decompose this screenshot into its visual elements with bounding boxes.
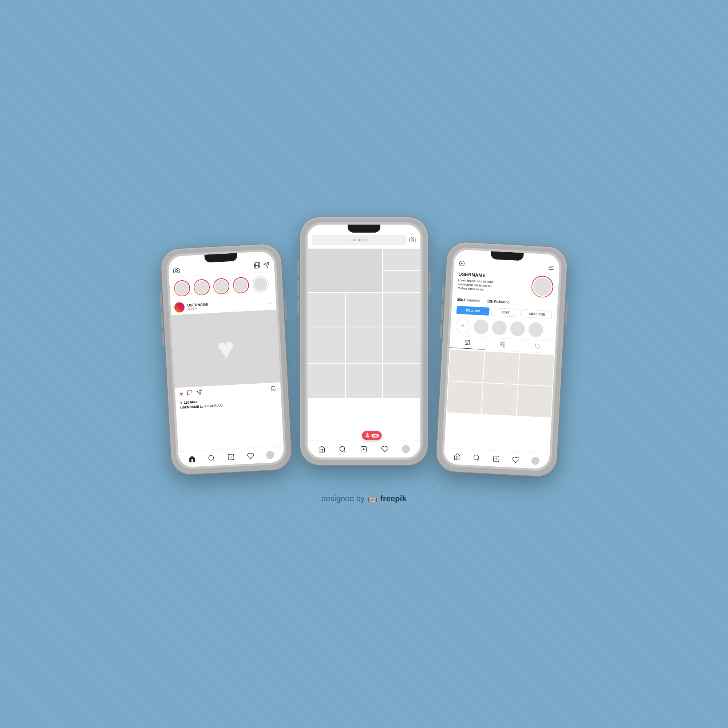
svg-line-14 bbox=[213, 459, 214, 460]
explore-row-4 bbox=[308, 364, 420, 398]
explore-cell-r3c1[interactable] bbox=[308, 328, 345, 363]
svg-line-40 bbox=[478, 459, 479, 460]
profile-back-icon[interactable] bbox=[459, 260, 465, 268]
following-stat: 12k Following bbox=[487, 299, 509, 304]
nav-search-icon[interactable] bbox=[208, 454, 216, 462]
post-avatar[interactable] bbox=[174, 302, 185, 313]
likes-count: 120 likes bbox=[184, 400, 198, 404]
profile-post-4[interactable] bbox=[447, 381, 483, 414]
tab-grid[interactable] bbox=[450, 336, 485, 349]
profile-avatar[interactable] bbox=[533, 277, 552, 296]
explore-cell-r3c3[interactable] bbox=[383, 328, 420, 363]
share-icon[interactable] bbox=[196, 390, 202, 397]
nav-heart-icon[interactable] bbox=[247, 452, 254, 460]
profile-nav-home-icon[interactable] bbox=[454, 453, 461, 460]
nav-add-icon[interactable] bbox=[227, 453, 235, 461]
profile-nav-avatar[interactable] bbox=[531, 456, 540, 465]
freepik-brand: freepik bbox=[380, 494, 407, 503]
profile-post-5[interactable] bbox=[482, 383, 517, 416]
explore-row-1 bbox=[308, 249, 420, 292]
explore-nav-add-icon[interactable] bbox=[360, 445, 367, 453]
story-item-3[interactable] bbox=[213, 278, 230, 294]
post-more-icon[interactable]: ··· bbox=[267, 300, 273, 306]
profile-post-3[interactable] bbox=[518, 353, 554, 386]
reel-icon[interactable] bbox=[254, 262, 261, 271]
explore-cell-r4c1[interactable] bbox=[308, 364, 345, 398]
explore-cell-r2c1[interactable] bbox=[308, 293, 345, 327]
highlight-1[interactable] bbox=[474, 319, 489, 335]
nav-home-icon[interactable] bbox=[188, 455, 196, 463]
explore-cell-tr2[interactable] bbox=[383, 271, 420, 292]
explore-nav-home-icon[interactable] bbox=[318, 445, 326, 453]
followers-stat: 20k Followers bbox=[457, 297, 480, 303]
footer-text: designed by bbox=[321, 494, 365, 503]
followers-value: 20k bbox=[457, 297, 465, 302]
explore-cell-r4c2[interactable] bbox=[346, 364, 382, 398]
explore-cell-r2c2[interactable] bbox=[346, 293, 382, 327]
svg-point-19 bbox=[367, 433, 369, 435]
explore-cell-tr1[interactable] bbox=[383, 249, 420, 270]
profile-posts-grid bbox=[446, 349, 555, 418]
nav-profile-avatar[interactable] bbox=[266, 451, 274, 459]
svg-rect-31 bbox=[468, 340, 470, 342]
edit-button[interactable]: EDIT bbox=[491, 307, 521, 317]
story-item-2[interactable] bbox=[193, 279, 210, 295]
profile-post-6[interactable] bbox=[517, 385, 552, 418]
explore-row-2 bbox=[308, 293, 420, 327]
story-item-5[interactable] bbox=[252, 276, 269, 293]
phone-feed: USERNAME subtitle ··· ♥ ♥ bbox=[161, 243, 292, 475]
feed-bottom-nav bbox=[178, 446, 284, 467]
explore-cell-large[interactable] bbox=[308, 249, 382, 292]
notch-phone2 bbox=[348, 225, 380, 232]
message-button[interactable]: MESSAGE bbox=[523, 309, 552, 319]
profile-nav-heart-icon[interactable] bbox=[512, 456, 519, 463]
like-icon[interactable]: ♥ bbox=[179, 391, 183, 397]
highlight-4[interactable] bbox=[528, 322, 543, 337]
search-bar[interactable]: SEARCH bbox=[312, 235, 407, 245]
svg-point-18 bbox=[412, 239, 414, 241]
svg-point-20 bbox=[340, 446, 345, 451]
svg-rect-32 bbox=[465, 343, 467, 345]
explore-row1-right bbox=[383, 249, 420, 292]
post-image: ♥ bbox=[171, 310, 280, 388]
comment-icon[interactable] bbox=[187, 390, 193, 398]
explore-nav-search-icon[interactable] bbox=[339, 445, 346, 453]
svg-line-27 bbox=[549, 268, 553, 268]
explore-cell-r3c2[interactable] bbox=[346, 328, 382, 363]
explore-cell-r2c3[interactable] bbox=[383, 293, 420, 327]
profile-text: USERNAME Lorem ipsum dolor sit amet,cons… bbox=[457, 271, 532, 294]
highlight-2[interactable] bbox=[492, 320, 507, 335]
likes-heart-icon: ♥ bbox=[180, 401, 182, 405]
profile-avatar-ring bbox=[531, 275, 554, 298]
camera-icon[interactable] bbox=[173, 267, 180, 274]
profile-screen: USERNAME Lorem ipsum dolor sit amet,cons… bbox=[444, 249, 560, 469]
profile-nav-search-icon[interactable] bbox=[473, 454, 480, 462]
tab-reels[interactable] bbox=[485, 338, 520, 352]
explore-cell-r4c3[interactable] bbox=[383, 364, 420, 398]
tab-tagged[interactable] bbox=[520, 340, 555, 353]
add-highlight-button[interactable]: + bbox=[455, 318, 471, 333]
footer: designed by 🤖 freepik bbox=[321, 494, 407, 503]
profile-post-1[interactable] bbox=[448, 350, 484, 382]
post-actions-left: ♥ bbox=[179, 390, 202, 398]
profile-bio: Lorem ipsum dolor sit amet,consectetur a… bbox=[457, 278, 531, 294]
notch-phone3 bbox=[491, 251, 524, 261]
explore-nav-heart-icon[interactable] bbox=[381, 445, 388, 453]
feed-screen: USERNAME subtitle ··· ♥ ♥ bbox=[168, 251, 284, 467]
explore-nav-profile-avatar[interactable] bbox=[402, 445, 410, 453]
svg-rect-30 bbox=[465, 340, 467, 342]
follow-button[interactable]: FOLLOW bbox=[456, 306, 489, 316]
highlight-3[interactable] bbox=[510, 321, 525, 336]
profile-post-2[interactable] bbox=[483, 352, 519, 384]
following-value: 12k bbox=[487, 299, 494, 304]
bookmark-icon[interactable] bbox=[271, 385, 277, 393]
notification-badge-container: 99 bbox=[362, 431, 382, 440]
send-icon[interactable] bbox=[263, 262, 270, 270]
story-item-4[interactable] bbox=[232, 277, 249, 294]
svg-line-21 bbox=[344, 450, 346, 452]
notification-badge[interactable]: 99 bbox=[362, 431, 382, 440]
profile-nav-add-icon[interactable] bbox=[492, 455, 500, 463]
story-item-1[interactable] bbox=[174, 280, 190, 297]
profile-menu-icon[interactable] bbox=[548, 264, 554, 273]
explore-camera-icon[interactable] bbox=[410, 236, 416, 244]
